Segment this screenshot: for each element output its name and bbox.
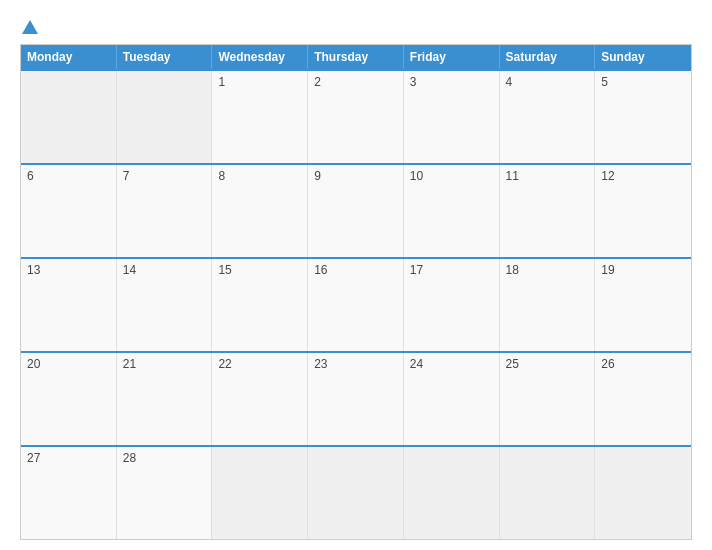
day-number: 13 bbox=[27, 263, 40, 277]
day-number: 26 bbox=[601, 357, 614, 371]
day-number: 12 bbox=[601, 169, 614, 183]
day-number: 23 bbox=[314, 357, 327, 371]
cal-cell: 16 bbox=[308, 259, 404, 351]
cal-cell: 10 bbox=[404, 165, 500, 257]
cal-cell: 6 bbox=[21, 165, 117, 257]
cal-cell: 25 bbox=[500, 353, 596, 445]
cal-cell: 23 bbox=[308, 353, 404, 445]
day-number: 1 bbox=[218, 75, 225, 89]
day-header-thursday: Thursday bbox=[308, 45, 404, 69]
day-number: 7 bbox=[123, 169, 130, 183]
cal-cell bbox=[21, 71, 117, 163]
calendar: MondayTuesdayWednesdayThursdayFridaySatu… bbox=[20, 44, 692, 540]
cal-cell: 2 bbox=[308, 71, 404, 163]
day-header-saturday: Saturday bbox=[500, 45, 596, 69]
day-number: 9 bbox=[314, 169, 321, 183]
cal-cell: 9 bbox=[308, 165, 404, 257]
cal-cell bbox=[212, 447, 308, 539]
week-row-5: 2728 bbox=[21, 445, 691, 539]
cal-cell: 3 bbox=[404, 71, 500, 163]
day-number: 25 bbox=[506, 357, 519, 371]
cal-cell bbox=[500, 447, 596, 539]
day-header-tuesday: Tuesday bbox=[117, 45, 213, 69]
cal-cell: 26 bbox=[595, 353, 691, 445]
day-header-wednesday: Wednesday bbox=[212, 45, 308, 69]
day-number: 5 bbox=[601, 75, 608, 89]
cal-cell: 24 bbox=[404, 353, 500, 445]
week-row-2: 6789101112 bbox=[21, 163, 691, 257]
day-number: 3 bbox=[410, 75, 417, 89]
day-number: 10 bbox=[410, 169, 423, 183]
calendar-body: 1234567891011121314151617181920212223242… bbox=[21, 69, 691, 539]
cal-cell: 11 bbox=[500, 165, 596, 257]
cal-cell: 27 bbox=[21, 447, 117, 539]
cal-cell: 19 bbox=[595, 259, 691, 351]
day-number: 18 bbox=[506, 263, 519, 277]
cal-cell bbox=[308, 447, 404, 539]
week-row-3: 13141516171819 bbox=[21, 257, 691, 351]
cal-cell: 18 bbox=[500, 259, 596, 351]
cal-cell: 14 bbox=[117, 259, 213, 351]
cal-cell: 4 bbox=[500, 71, 596, 163]
cal-cell: 17 bbox=[404, 259, 500, 351]
cal-cell: 7 bbox=[117, 165, 213, 257]
day-number: 19 bbox=[601, 263, 614, 277]
cal-cell bbox=[117, 71, 213, 163]
day-number: 8 bbox=[218, 169, 225, 183]
day-number: 14 bbox=[123, 263, 136, 277]
day-number: 22 bbox=[218, 357, 231, 371]
day-number: 2 bbox=[314, 75, 321, 89]
calendar-header: MondayTuesdayWednesdayThursdayFridaySatu… bbox=[21, 45, 691, 69]
day-number: 21 bbox=[123, 357, 136, 371]
week-row-1: 12345 bbox=[21, 69, 691, 163]
header bbox=[20, 18, 692, 34]
day-number: 15 bbox=[218, 263, 231, 277]
cal-cell: 22 bbox=[212, 353, 308, 445]
day-number: 20 bbox=[27, 357, 40, 371]
day-header-sunday: Sunday bbox=[595, 45, 691, 69]
day-number: 17 bbox=[410, 263, 423, 277]
day-number: 16 bbox=[314, 263, 327, 277]
week-row-4: 20212223242526 bbox=[21, 351, 691, 445]
day-number: 4 bbox=[506, 75, 513, 89]
cal-cell: 15 bbox=[212, 259, 308, 351]
day-number: 11 bbox=[506, 169, 519, 183]
cal-cell: 13 bbox=[21, 259, 117, 351]
calendar-page: MondayTuesdayWednesdayThursdayFridaySatu… bbox=[0, 0, 712, 550]
day-header-friday: Friday bbox=[404, 45, 500, 69]
cal-cell: 28 bbox=[117, 447, 213, 539]
day-number: 27 bbox=[27, 451, 40, 465]
day-header-monday: Monday bbox=[21, 45, 117, 69]
cal-cell bbox=[595, 447, 691, 539]
cal-cell: 1 bbox=[212, 71, 308, 163]
day-number: 6 bbox=[27, 169, 34, 183]
cal-cell: 12 bbox=[595, 165, 691, 257]
cal-cell: 8 bbox=[212, 165, 308, 257]
svg-marker-0 bbox=[22, 20, 38, 34]
cal-cell: 5 bbox=[595, 71, 691, 163]
logo-triangle-icon bbox=[21, 18, 39, 36]
cal-cell bbox=[404, 447, 500, 539]
day-number: 28 bbox=[123, 451, 136, 465]
cal-cell: 21 bbox=[117, 353, 213, 445]
logo bbox=[20, 18, 39, 34]
cal-cell: 20 bbox=[21, 353, 117, 445]
day-number: 24 bbox=[410, 357, 423, 371]
